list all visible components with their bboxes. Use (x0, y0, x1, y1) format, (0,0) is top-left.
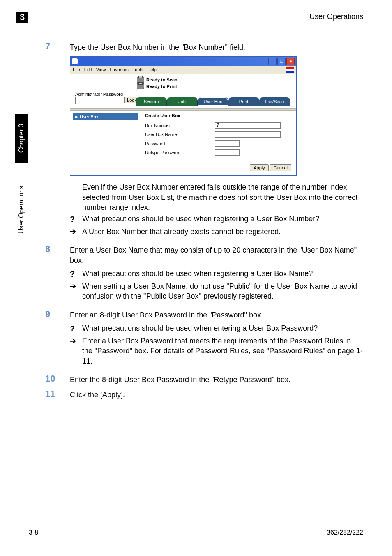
header-divider (16, 23, 363, 23)
admin-password-input[interactable] (75, 97, 121, 104)
step9-answer: Enter a User Box Password that meets the… (82, 336, 363, 366)
ie-icon (72, 58, 78, 64)
retype-password-label: Retype Password (145, 150, 215, 155)
step-text: Type the User Box Number in the "Box Num… (70, 41, 363, 52)
side-chapter-label: Chapter 3 (18, 124, 25, 153)
step7-note: Even if the User Box Number entered fall… (82, 182, 363, 212)
step-9: 9 Enter an 8-digit User Box Password in … (45, 309, 363, 320)
user-box-name-input[interactable] (215, 131, 281, 138)
arrow-icon: ➔ (70, 336, 82, 366)
step-11: 11 Click the [Apply]. (45, 389, 363, 400)
page-footer: 3-8 362/282/222 (29, 526, 363, 536)
step-7: 7 Type the User Box Number in the "Box N… (45, 41, 363, 52)
step-text: Enter an 8-digit User Box Password in th… (70, 309, 363, 320)
status-print: Ready to Print (146, 84, 177, 89)
user-box-name-label: User Box Name (145, 132, 215, 137)
nav-tabs: System Job User Box Print Fax/Scan (136, 97, 296, 106)
step-number: 7 (45, 41, 70, 52)
printer-icon (137, 83, 144, 89)
step-text: Enter a User Box Name that may consist o… (70, 244, 363, 265)
close-button[interactable]: ✕ (286, 58, 295, 65)
printer-status-row: Ready to Scan Ready to Print (70, 74, 296, 90)
tab-fax-scan[interactable]: Fax/Scan (259, 97, 290, 106)
question-icon: ? (70, 323, 82, 334)
password-input[interactable] (215, 140, 240, 147)
browser-menubar: File Edit View Favorites Tools Help (70, 66, 296, 74)
side-section-label: User Operations (18, 186, 25, 234)
footer-page-number: 3-8 (29, 529, 38, 536)
menu-help[interactable]: Help (147, 67, 157, 73)
step8-question: What precautions should be used when reg… (82, 269, 363, 280)
step-8: 8 Enter a User Box Name that may consist… (45, 244, 363, 265)
step9-question: What precautions should be used when ent… (82, 323, 363, 334)
step-text: Click the [Apply]. (70, 389, 363, 400)
chapter-number-tab: 3 (16, 12, 28, 23)
status-scan: Ready to Scan (146, 77, 178, 82)
menu-edit[interactable]: Edit (84, 67, 92, 73)
window-titlebar: _ □ ✕ (70, 57, 296, 66)
dash-marker: – (70, 182, 82, 212)
question-icon: ? (70, 214, 82, 225)
step-number: 8 (45, 244, 70, 265)
menu-view[interactable]: View (96, 67, 106, 73)
box-number-label: Box Number (145, 123, 215, 128)
arrow-icon: ➔ (70, 227, 82, 236)
admin-password-label: Administrator Password : (75, 92, 125, 97)
windows-flag-icon (286, 67, 294, 73)
menu-tools[interactable]: Tools (133, 67, 143, 73)
tab-user-box[interactable]: User Box (198, 97, 228, 106)
admin-password-area: Administrator Password : Log-in (75, 92, 143, 104)
sidebar-item-user-box[interactable]: User Box (73, 113, 138, 120)
side-section-text: User Operations (15, 167, 28, 253)
tab-job[interactable]: Job (167, 97, 198, 106)
arrow-icon: ➔ (70, 281, 82, 301)
box-number-input[interactable]: 7 (215, 122, 281, 129)
tab-system[interactable]: System (136, 97, 167, 106)
side-chapter-tab: Chapter 3 (15, 114, 28, 163)
step8-answer: When setting a User Box Name, do not use… (82, 281, 363, 301)
step-10: 10 Enter the 8-digit User Box Password i… (45, 373, 363, 385)
printer-icon (137, 77, 144, 83)
page-header-title: User Operations (309, 12, 363, 21)
retype-password-input[interactable] (215, 149, 240, 156)
step-text: Enter the 8-digit User Box Password in t… (70, 373, 363, 385)
browser-window: _ □ ✕ File Edit View Favorites Tools Hel… (70, 56, 297, 176)
step-number: 11 (45, 389, 70, 400)
password-label: Password (145, 141, 215, 146)
panel-title: Create User Box (145, 113, 292, 118)
apply-button[interactable]: Apply (250, 164, 269, 171)
maximize-button[interactable]: □ (277, 58, 286, 65)
footer-model-number: 362/282/222 (327, 529, 363, 536)
step7-question: What precautions should be used when reg… (82, 214, 363, 225)
step-number: 9 (45, 309, 70, 320)
menu-favorites[interactable]: Favorites (110, 67, 128, 73)
question-icon: ? (70, 269, 82, 280)
step7-answer: A User Box Number that already exists ca… (82, 227, 363, 236)
tab-print[interactable]: Print (228, 97, 259, 106)
minimize-button[interactable]: _ (268, 58, 277, 65)
step-number: 10 (45, 373, 70, 385)
cancel-button[interactable]: Cancel (270, 164, 291, 171)
menu-file[interactable]: File (73, 67, 80, 73)
